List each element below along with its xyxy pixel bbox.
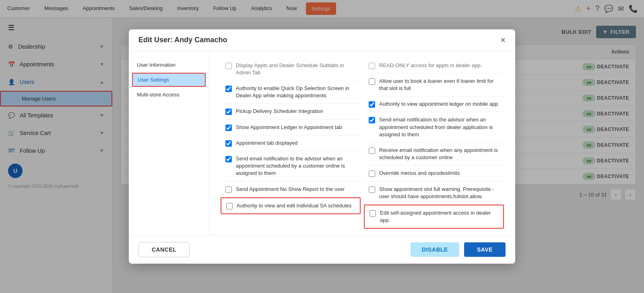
settings-col-left: Display Appts and Dealer Schedule Subtab… (219, 58, 362, 229)
setting-readonly-appts: READ-ONLY access for appts in dealer app… (364, 58, 504, 74)
setting-label-readonly-appts[interactable]: READ-ONLY access for appts in dealer app… (379, 62, 482, 69)
modal-nav-user-info[interactable]: User Information (129, 58, 209, 72)
setting-checkbox-no-show-report[interactable] (225, 186, 232, 193)
setting-checkbox-show-appt-ledger[interactable] (225, 125, 232, 131)
setting-override-menus: Override menus and opcodeslimits (364, 166, 504, 181)
settings-grid: Display Appts and Dealer Schedule Subtab… (219, 58, 506, 229)
setting-email-dealer-app: Send email notification to the advisor w… (364, 112, 504, 143)
setting-checkbox-appt-tab-displayed[interactable] (225, 140, 232, 147)
setting-checkbox-book-loaner[interactable] (369, 78, 375, 85)
modal-settings-content: Display Appts and Dealer Schedule Subtab… (209, 51, 515, 236)
setting-checkbox-view-ledger-mobile[interactable] (369, 101, 375, 108)
setting-label-pickup-delivery[interactable]: Pickup Delivery Scheduler Integration (236, 108, 323, 115)
modal-overlay: Edit User: Andy Camacho × User Informati… (0, 0, 644, 293)
setting-checkbox-override-menus[interactable] (369, 170, 375, 177)
setting-label-override-menus[interactable]: Override menus and opcodeslimits (379, 170, 460, 177)
setting-show-slot-warning: Show appointment slot full warning. Prer… (364, 182, 504, 205)
setting-checkbox-send-email-online[interactable] (225, 156, 232, 162)
modal-sidebar-nav: User Information User Settings Multi-sto… (129, 51, 209, 236)
setting-label-edit-self-assigned[interactable]: Edit self-assigned appointment access in… (380, 209, 498, 224)
modal-title: Edit User: Andy Camacho (138, 36, 227, 44)
setting-checkbox-readonly-appts[interactable] (369, 63, 375, 69)
setting-checkbox-view-edit-sa[interactable] (226, 203, 233, 209)
cancel-button[interactable]: CANCEL (138, 242, 190, 257)
setting-label-appt-tab-displayed[interactable]: Appointment tab displayed (236, 139, 297, 147)
setting-display-appts: Display Appts and Dealer Schedule Subtab… (221, 58, 361, 81)
setting-view-edit-sa: Authority to view and edit individual SA… (221, 197, 361, 214)
setting-no-show-report: Send Appointment No Show Report to the u… (221, 182, 361, 197)
setting-label-view-ledger-mobile[interactable]: Authority to view appointment ledger on … (379, 100, 498, 108)
setting-label-view-edit-sa[interactable]: Authority to view and edit individual SA… (237, 202, 351, 209)
setting-checkbox-show-slot-warning[interactable] (369, 186, 375, 193)
setting-checkbox-receive-email-customer[interactable] (369, 148, 375, 154)
setting-label-receive-email-customer[interactable]: Receive email notification when any appo… (379, 147, 499, 161)
setting-receive-email-customer: Receive email notification when any appo… (364, 143, 504, 166)
setting-show-appt-ledger: Show Appointment Ledger in Appointment t… (221, 120, 361, 135)
setting-pickup-delivery: Pickup Delivery Scheduler Integration (221, 104, 361, 119)
setting-checkbox-edit-self-assigned[interactable] (369, 210, 376, 217)
setting-label-send-email-online[interactable]: Send email notification to the advisor w… (236, 155, 356, 177)
setting-label-email-dealer-app[interactable]: Send email notification to the advisor w… (379, 116, 499, 138)
modal-close-button[interactable]: × (500, 36, 506, 45)
setting-checkbox-pickup-delivery[interactable] (225, 109, 232, 115)
save-button[interactable]: SAVE (464, 242, 506, 257)
setting-label-display-appts[interactable]: Display Appts and Dealer Schedule Subtab… (236, 62, 356, 76)
setting-appt-tab-displayed: Appointment tab displayed (221, 135, 361, 151)
modal-body: User Information User Settings Multi-sto… (129, 51, 515, 236)
edit-user-modal: Edit User: Andy Camacho × User Informati… (129, 29, 515, 264)
setting-label-show-appt-ledger[interactable]: Show Appointment Ledger in Appointment t… (236, 124, 342, 131)
setting-quick-op: Authority to enable Quick Op Selection S… (221, 81, 361, 104)
setting-checkbox-display-appts[interactable] (225, 63, 232, 69)
setting-label-no-show-report[interactable]: Send Appointment No Show Report to the u… (236, 186, 345, 193)
setting-label-show-slot-warning[interactable]: Show appointment slot full warning. Prer… (379, 186, 499, 200)
setting-send-email-online: Send email notification to the advisor w… (221, 151, 361, 182)
modal-nav-multistore[interactable]: Multi-store Access (129, 88, 209, 102)
modal-nav-user-settings[interactable]: User Settings (132, 73, 206, 87)
setting-label-book-loaner[interactable]: Allow user to book a loaner even if loan… (379, 78, 499, 92)
modal-footer: CANCEL DISABLE SAVE (129, 235, 515, 264)
modal-header: Edit User: Andy Camacho × (129, 29, 515, 51)
setting-book-loaner: Allow user to book a loaner even if loan… (364, 74, 504, 96)
setting-checkbox-quick-op[interactable] (225, 86, 232, 92)
settings-col-right: READ-ONLY access for appts in dealer app… (362, 58, 506, 229)
setting-label-quick-op[interactable]: Authority to enable Quick Op Selection S… (236, 85, 356, 99)
setting-edit-self-assigned: Edit self-assigned appointment access in… (364, 205, 504, 229)
disable-button[interactable]: DISABLE (411, 242, 459, 257)
setting-checkbox-email-dealer-app[interactable] (369, 117, 375, 123)
setting-view-ledger-mobile: Authority to view appointment ledger on … (364, 96, 504, 112)
